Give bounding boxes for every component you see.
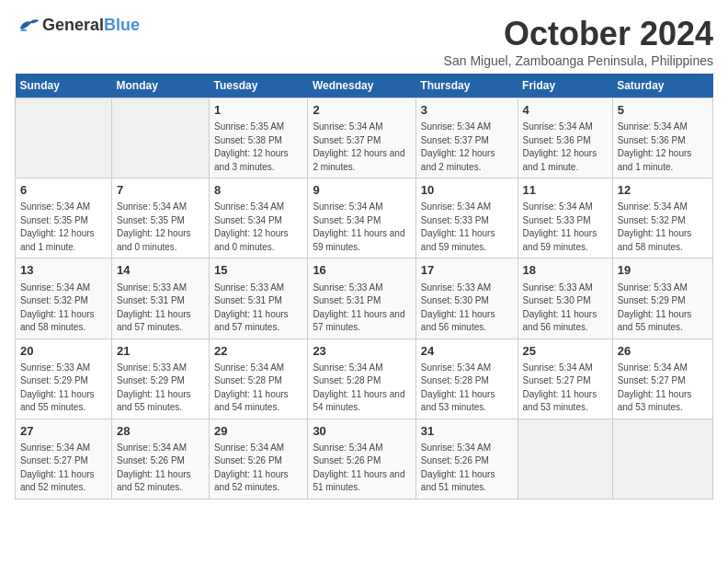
calendar-day-cell: [612, 419, 712, 499]
day-number: 21: [117, 343, 204, 360]
day-content: Sunrise: 5:34 AM Sunset: 5:26 PM Dayligh…: [214, 442, 302, 495]
calendar-day-cell: 26Sunrise: 5:34 AM Sunset: 5:27 PM Dayli…: [612, 339, 712, 419]
day-number: 2: [313, 102, 410, 119]
calendar-day-cell: 19Sunrise: 5:33 AM Sunset: 5:29 PM Dayli…: [612, 259, 712, 339]
day-number: 3: [421, 102, 513, 119]
calendar-week-row: 6Sunrise: 5:34 AM Sunset: 5:35 PM Daylig…: [16, 178, 713, 259]
day-content: Sunrise: 5:34 AM Sunset: 5:27 PM Dayligh…: [20, 442, 107, 495]
calendar-day-cell: 23Sunrise: 5:34 AM Sunset: 5:28 PM Dayli…: [308, 339, 415, 419]
calendar-week-row: 20Sunrise: 5:33 AM Sunset: 5:29 PM Dayli…: [16, 339, 713, 419]
day-content: Sunrise: 5:33 AM Sunset: 5:30 PM Dayligh…: [421, 282, 513, 335]
weekday-header-cell: Sunday: [16, 74, 112, 98]
day-number: 4: [523, 102, 608, 119]
day-number: 22: [214, 343, 302, 360]
day-number: 1: [214, 102, 302, 119]
day-content: Sunrise: 5:34 AM Sunset: 5:36 PM Dayligh…: [618, 121, 708, 174]
calendar-day-cell: 6Sunrise: 5:34 AM Sunset: 5:35 PM Daylig…: [16, 178, 112, 259]
day-content: Sunrise: 5:33 AM Sunset: 5:31 PM Dayligh…: [313, 282, 410, 335]
calendar-day-cell: 27Sunrise: 5:34 AM Sunset: 5:27 PM Dayli…: [16, 419, 112, 499]
calendar-day-cell: 17Sunrise: 5:33 AM Sunset: 5:30 PM Dayli…: [415, 259, 518, 339]
day-content: Sunrise: 5:34 AM Sunset: 5:34 PM Dayligh…: [214, 201, 302, 254]
day-number: 7: [117, 182, 204, 199]
logo: GeneralBlue: [15, 15, 140, 35]
calendar-day-cell: 8Sunrise: 5:34 AM Sunset: 5:34 PM Daylig…: [210, 178, 308, 259]
day-number: 30: [313, 423, 410, 440]
day-number: 13: [20, 262, 107, 279]
day-content: Sunrise: 5:34 AM Sunset: 5:35 PM Dayligh…: [117, 201, 204, 254]
day-content: Sunrise: 5:33 AM Sunset: 5:29 PM Dayligh…: [20, 362, 107, 415]
day-content: Sunrise: 5:34 AM Sunset: 5:36 PM Dayligh…: [523, 121, 608, 174]
day-content: Sunrise: 5:33 AM Sunset: 5:31 PM Dayligh…: [214, 282, 302, 335]
calendar-day-cell: 31Sunrise: 5:34 AM Sunset: 5:26 PM Dayli…: [415, 419, 518, 499]
calendar-day-cell: 14Sunrise: 5:33 AM Sunset: 5:31 PM Dayli…: [111, 259, 209, 339]
day-content: Sunrise: 5:34 AM Sunset: 5:26 PM Dayligh…: [421, 442, 513, 495]
day-number: 19: [618, 262, 708, 279]
day-content: Sunrise: 5:34 AM Sunset: 5:26 PM Dayligh…: [313, 442, 410, 495]
day-number: 27: [20, 423, 107, 440]
day-number: 18: [523, 262, 608, 279]
day-content: Sunrise: 5:34 AM Sunset: 5:26 PM Dayligh…: [117, 442, 204, 495]
day-content: Sunrise: 5:34 AM Sunset: 5:27 PM Dayligh…: [618, 362, 708, 415]
logo-text-general: General: [42, 16, 104, 34]
calendar-day-cell: 28Sunrise: 5:34 AM Sunset: 5:26 PM Dayli…: [111, 419, 209, 499]
calendar-day-cell: 12Sunrise: 5:34 AM Sunset: 5:32 PM Dayli…: [612, 178, 712, 259]
calendar-day-cell: 9Sunrise: 5:34 AM Sunset: 5:34 PM Daylig…: [308, 178, 415, 259]
day-content: Sunrise: 5:34 AM Sunset: 5:37 PM Dayligh…: [313, 121, 410, 174]
weekday-header-cell: Friday: [518, 74, 612, 98]
day-content: Sunrise: 5:34 AM Sunset: 5:28 PM Dayligh…: [421, 362, 513, 415]
weekday-header-cell: Tuesday: [210, 74, 308, 98]
day-number: 6: [20, 182, 107, 199]
calendar-day-cell: 15Sunrise: 5:33 AM Sunset: 5:31 PM Dayli…: [210, 259, 308, 339]
header: GeneralBlue October 2024 San Miguel, Zam…: [15, 15, 713, 68]
calendar-day-cell: 7Sunrise: 5:34 AM Sunset: 5:35 PM Daylig…: [111, 178, 209, 259]
calendar-day-cell: 29Sunrise: 5:34 AM Sunset: 5:26 PM Dayli…: [210, 419, 308, 499]
calendar-day-cell: [16, 98, 112, 178]
day-number: 14: [117, 262, 204, 279]
calendar-day-cell: 11Sunrise: 5:34 AM Sunset: 5:33 PM Dayli…: [518, 178, 612, 259]
day-number: 17: [421, 262, 513, 279]
calendar-day-cell: 4Sunrise: 5:34 AM Sunset: 5:36 PM Daylig…: [518, 98, 612, 178]
calendar-day-cell: 20Sunrise: 5:33 AM Sunset: 5:29 PM Dayli…: [16, 339, 112, 419]
day-number: 10: [421, 182, 513, 199]
calendar-day-cell: 30Sunrise: 5:34 AM Sunset: 5:26 PM Dayli…: [308, 419, 415, 499]
calendar-day-cell: 13Sunrise: 5:34 AM Sunset: 5:32 PM Dayli…: [16, 259, 112, 339]
weekday-header-cell: Wednesday: [308, 74, 415, 98]
day-number: 24: [421, 343, 513, 360]
day-content: Sunrise: 5:34 AM Sunset: 5:28 PM Dayligh…: [214, 362, 302, 415]
day-number: 11: [523, 182, 608, 199]
day-content: Sunrise: 5:34 AM Sunset: 5:27 PM Dayligh…: [523, 362, 608, 415]
day-number: 23: [313, 343, 410, 360]
calendar-day-cell: 24Sunrise: 5:34 AM Sunset: 5:28 PM Dayli…: [415, 339, 518, 419]
calendar-week-row: 13Sunrise: 5:34 AM Sunset: 5:32 PM Dayli…: [16, 259, 713, 339]
logo-bird-icon: [15, 15, 40, 35]
calendar-body: 1Sunrise: 5:35 AM Sunset: 5:38 PM Daylig…: [16, 98, 713, 500]
day-content: Sunrise: 5:34 AM Sunset: 5:33 PM Dayligh…: [421, 201, 513, 254]
calendar-day-cell: 2Sunrise: 5:34 AM Sunset: 5:37 PM Daylig…: [308, 98, 415, 178]
title-block: October 2024 San Miguel, Zamboanga Penin…: [444, 15, 713, 68]
day-content: Sunrise: 5:34 AM Sunset: 5:32 PM Dayligh…: [20, 282, 107, 335]
calendar-day-cell: 3Sunrise: 5:34 AM Sunset: 5:37 PM Daylig…: [415, 98, 518, 178]
calendar-day-cell: 25Sunrise: 5:34 AM Sunset: 5:27 PM Dayli…: [518, 339, 612, 419]
day-content: Sunrise: 5:33 AM Sunset: 5:31 PM Dayligh…: [117, 282, 204, 335]
day-number: 12: [618, 182, 708, 199]
calendar-week-row: 1Sunrise: 5:35 AM Sunset: 5:38 PM Daylig…: [16, 98, 713, 178]
day-number: 5: [618, 102, 708, 119]
day-number: 25: [523, 343, 608, 360]
calendar-day-cell: 21Sunrise: 5:33 AM Sunset: 5:29 PM Dayli…: [111, 339, 209, 419]
month-title: October 2024: [444, 15, 713, 53]
day-content: Sunrise: 5:34 AM Sunset: 5:37 PM Dayligh…: [421, 121, 513, 174]
calendar-day-cell: [111, 98, 209, 178]
day-content: Sunrise: 5:33 AM Sunset: 5:29 PM Dayligh…: [117, 362, 204, 415]
calendar-day-cell: 5Sunrise: 5:34 AM Sunset: 5:36 PM Daylig…: [612, 98, 712, 178]
subtitle: San Miguel, Zamboanga Peninsula, Philipp…: [444, 53, 713, 68]
day-number: 20: [20, 343, 107, 360]
weekday-header-cell: Monday: [111, 74, 209, 98]
day-number: 16: [313, 262, 410, 279]
calendar-week-row: 27Sunrise: 5:34 AM Sunset: 5:27 PM Dayli…: [16, 419, 713, 499]
day-number: 8: [214, 182, 302, 199]
day-content: Sunrise: 5:34 AM Sunset: 5:33 PM Dayligh…: [523, 201, 608, 254]
calendar-day-cell: 10Sunrise: 5:34 AM Sunset: 5:33 PM Dayli…: [415, 178, 518, 259]
day-content: Sunrise: 5:33 AM Sunset: 5:29 PM Dayligh…: [618, 282, 708, 335]
calendar-table: SundayMondayTuesdayWednesdayThursdayFrid…: [15, 74, 713, 500]
day-number: 28: [117, 423, 204, 440]
